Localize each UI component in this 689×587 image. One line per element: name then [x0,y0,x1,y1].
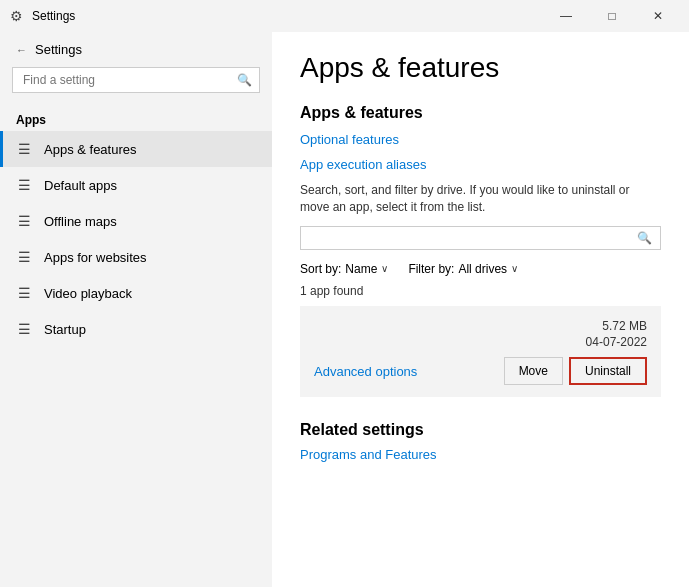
filter-value: All drives [458,262,507,276]
sidebar-item-startup[interactable]: ☰ Startup [0,311,272,347]
sidebar-search-input[interactable] [12,67,260,93]
app-date-value: 04-07-2022 [586,334,647,351]
title-bar: ⚙ Settings — □ ✕ [0,0,689,32]
app-search-icon: 🔍 [637,231,652,245]
search-description: Search, sort, and filter by drive. If yo… [300,182,661,216]
app-card-btn-row: Move Uninstall [504,357,647,385]
related-settings: Related settings Programs and Features [300,421,661,462]
app-card-actions: Advanced options Move Uninstall [314,357,647,385]
title-bar-title: Settings [32,9,75,23]
sidebar-item-offline-maps[interactable]: ☰ Offline maps [0,203,272,239]
sidebar: ← Settings 🔍 Apps ☰ Apps & features ☰ De… [0,32,272,587]
filter-label: Filter by: [408,262,454,276]
app-card-top: 5.72 MB 04-07-2022 [314,318,647,352]
title-bar-left: ⚙ Settings [8,8,75,24]
sidebar-item-default-apps[interactable]: ☰ Default apps [0,167,272,203]
sidebar-item-apps-websites[interactable]: ☰ Apps for websites [0,239,272,275]
sidebar-back-label: Settings [35,42,82,57]
sort-dropdown[interactable]: Sort by: Name ∨ [300,262,388,276]
apps-features-icon: ☰ [16,141,32,157]
minimize-button[interactable]: — [543,0,589,32]
app-size-value: 5.72 MB [586,318,647,335]
default-apps-icon: ☰ [16,177,32,193]
offline-maps-icon: ☰ [16,213,32,229]
sidebar-item-label: Startup [44,322,86,337]
filter-chevron-icon: ∨ [511,263,518,274]
advanced-options-link[interactable]: Advanced options [314,364,417,379]
maximize-button[interactable]: □ [589,0,635,32]
sidebar-section-label: Apps [0,105,272,131]
startup-icon: ☰ [16,321,32,337]
app-search-input[interactable] [309,231,637,245]
sidebar-item-label: Apps & features [44,142,137,157]
sort-label: Sort by: [300,262,341,276]
result-count: 1 app found [300,284,661,298]
content-area: Apps & features Apps & features Optional… [272,32,689,587]
back-arrow-icon: ← [16,44,27,56]
programs-features-link[interactable]: Programs and Features [300,447,661,462]
sidebar-search-icon: 🔍 [237,73,252,87]
page-title: Apps & features [300,52,661,84]
sidebar-item-video-playback[interactable]: ☰ Video playback [0,275,272,311]
close-button[interactable]: ✕ [635,0,681,32]
app-execution-link[interactable]: App execution aliases [300,157,661,172]
filter-dropdown[interactable]: Filter by: All drives ∨ [408,262,518,276]
main-container: ← Settings 🔍 Apps ☰ Apps & features ☰ De… [0,32,689,587]
sidebar-search-container: 🔍 [12,67,260,93]
sidebar-item-label: Apps for websites [44,250,147,265]
sort-chevron-icon: ∨ [381,263,388,274]
section-title: Apps & features [300,104,661,122]
filter-row: Sort by: Name ∨ Filter by: All drives ∨ [300,262,661,276]
app-card-size: 5.72 MB 04-07-2022 [586,318,647,352]
app-card: 5.72 MB 04-07-2022 Advanced options Move… [300,306,661,398]
related-settings-title: Related settings [300,421,661,439]
app-search-box[interactable]: 🔍 [300,226,661,250]
video-playback-icon: ☰ [16,285,32,301]
sidebar-item-label: Video playback [44,286,132,301]
sidebar-item-apps-features[interactable]: ☰ Apps & features [0,131,272,167]
sidebar-item-label: Offline maps [44,214,117,229]
apps-websites-icon: ☰ [16,249,32,265]
settings-gear-icon: ⚙ [8,8,24,24]
uninstall-button[interactable]: Uninstall [569,357,647,385]
sort-value: Name [345,262,377,276]
title-bar-controls: — □ ✕ [543,0,681,32]
sidebar-item-label: Default apps [44,178,117,193]
move-button[interactable]: Move [504,357,563,385]
sidebar-back-button[interactable]: ← Settings [0,32,272,67]
optional-features-link[interactable]: Optional features [300,132,661,147]
